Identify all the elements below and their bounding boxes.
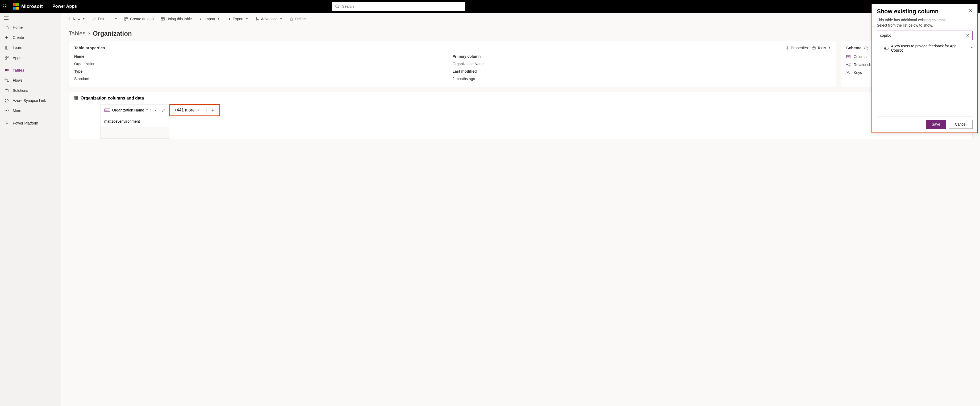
svg-point-53: [787, 47, 788, 48]
panel-title: Show existing column: [877, 8, 939, 15]
import-icon: [199, 17, 203, 21]
nav-create[interactable]: Create: [0, 32, 61, 43]
columns-icon: Abc: [846, 54, 851, 59]
waffle-icon[interactable]: [3, 4, 8, 8]
app-title: Power Apps: [52, 4, 77, 9]
svg-rect-42: [125, 19, 126, 21]
chevron-down-icon: ▼: [83, 17, 85, 20]
nav-synapse[interactable]: Azure Synapse Link: [0, 96, 61, 106]
svg-point-6: [3, 8, 4, 8]
nav-apps[interactable]: Apps: [0, 53, 61, 63]
svg-point-4: [5, 6, 6, 7]
svg-line-10: [338, 7, 339, 8]
sort-asc-icon: ↑: [150, 108, 152, 112]
cmd-create-app[interactable]: Create an app: [121, 15, 156, 22]
command-bar: New ▼ Edit ▼ Create an app Using this ta…: [61, 13, 980, 25]
svg-rect-29: [8, 70, 8, 71]
hamburger-icon[interactable]: [0, 14, 61, 22]
add-column-button[interactable]: ＋: [206, 107, 215, 113]
svg-rect-26: [8, 68, 8, 70]
svg-rect-32: [5, 90, 8, 92]
prop-label: Primary column: [453, 54, 831, 59]
breadcrumb: Tables › Organization: [61, 25, 980, 41]
prop-value: Organization Name: [453, 62, 831, 66]
main-content: New ▼ Edit ▼ Create an app Using this ta…: [61, 13, 980, 406]
nav-learn[interactable]: Learn: [0, 43, 61, 53]
cmd-advanced[interactable]: Advanced ▼: [252, 15, 285, 22]
table-cell[interactable]: mattsdevenvironment: [100, 116, 169, 127]
global-search[interactable]: [332, 2, 465, 11]
app-icon: [124, 17, 129, 21]
svg-point-1: [5, 5, 6, 5]
toolbox-icon: [812, 46, 816, 50]
cmd-using-table[interactable]: Using this table: [158, 15, 195, 22]
cmd-edit-dropdown[interactable]: ▼: [111, 16, 120, 22]
prop-value: Organization: [74, 62, 453, 66]
microsoft-logo[interactable]: Microsoft: [13, 3, 43, 10]
svg-rect-23: [5, 58, 6, 59]
nav-flows[interactable]: Flows: [0, 75, 61, 85]
left-nav: Home Create Learn Apps Tables Flows Solu…: [0, 13, 61, 406]
svg-rect-50: [290, 18, 293, 21]
cmd-import[interactable]: Import ▼: [196, 15, 223, 22]
chevron-down-icon: ▼: [197, 109, 199, 112]
nav-power-platform[interactable]: Power Platform: [0, 118, 61, 128]
tables-icon: [4, 68, 9, 73]
close-icon[interactable]: ✕: [969, 8, 972, 14]
cancel-button[interactable]: Cancel: [949, 120, 972, 129]
prop-label: Last modified: [453, 69, 831, 73]
more-columns-button[interactable]: +441 more ▼: [174, 108, 199, 113]
nav-label: Power Platform: [13, 121, 38, 125]
pencil-icon[interactable]: [162, 108, 165, 112]
chevron-down-icon: ▼: [280, 17, 282, 20]
svg-rect-54: [812, 47, 815, 49]
nav-label: Solutions: [13, 88, 28, 92]
nav-home[interactable]: Home: [0, 22, 61, 32]
search-icon: [335, 4, 339, 8]
column-option[interactable]: Allow users to provide feedback for App …: [877, 43, 972, 53]
prop-value: Standard: [74, 76, 453, 81]
gear-icon: [786, 46, 789, 50]
synapse-icon: [4, 98, 9, 103]
columns-data-section: Organization columns and data Abc Organi…: [68, 92, 972, 139]
app-header: Microsoft Power Apps: [0, 0, 980, 13]
more-icon: [4, 108, 9, 113]
svg-point-2: [6, 5, 8, 5]
svg-line-61: [848, 64, 849, 65]
apps-icon: [4, 55, 9, 60]
breadcrumb-root[interactable]: Tables: [68, 30, 86, 37]
tools-action[interactable]: Tools ▼: [812, 46, 831, 50]
chevron-down-icon[interactable]: ▼: [154, 109, 157, 112]
svg-point-35: [5, 110, 6, 111]
cmd-export[interactable]: Export ▼: [224, 15, 251, 22]
more-columns-control: +441 more ▼ ＋: [169, 104, 220, 116]
chevron-down-icon: ▼: [828, 46, 831, 49]
column-search[interactable]: ✕: [877, 30, 972, 40]
info-icon[interactable]: i: [864, 46, 868, 50]
nav-label: Apps: [13, 56, 21, 60]
checkbox[interactable]: [877, 46, 881, 50]
clear-icon[interactable]: ✕: [966, 33, 969, 38]
required-indicator: *: [146, 108, 148, 112]
search-input[interactable]: [342, 4, 462, 8]
cmd-new[interactable]: New ▼: [64, 15, 88, 22]
cmd-delete[interactable]: Delete: [287, 15, 309, 22]
cmd-edit[interactable]: Edit: [89, 15, 107, 22]
nav-label: Tables: [13, 68, 24, 72]
column-header-org-name[interactable]: Abc Organization Name * ↑ ▼: [100, 104, 169, 116]
column-search-input[interactable]: [880, 33, 964, 38]
nav-solutions[interactable]: Solutions: [0, 85, 61, 96]
panel-description: This table has additional existing colum…: [877, 18, 972, 28]
properties-action[interactable]: Properties: [786, 46, 808, 50]
prop-value: 2 months ago: [453, 76, 831, 81]
save-button[interactable]: Save: [926, 120, 946, 129]
microsoft-logo-icon: [13, 3, 19, 10]
nav-tables[interactable]: Tables: [0, 65, 61, 75]
svg-point-58: [846, 64, 848, 65]
table-properties-card: Table properties Properties Tools ▼: [68, 41, 837, 87]
power-platform-icon: [4, 121, 9, 126]
svg-point-30: [5, 79, 6, 80]
nav-more[interactable]: More: [0, 106, 61, 116]
table-cell-empty[interactable]: [100, 127, 169, 139]
breadcrumb-leaf: Organization: [93, 30, 132, 37]
